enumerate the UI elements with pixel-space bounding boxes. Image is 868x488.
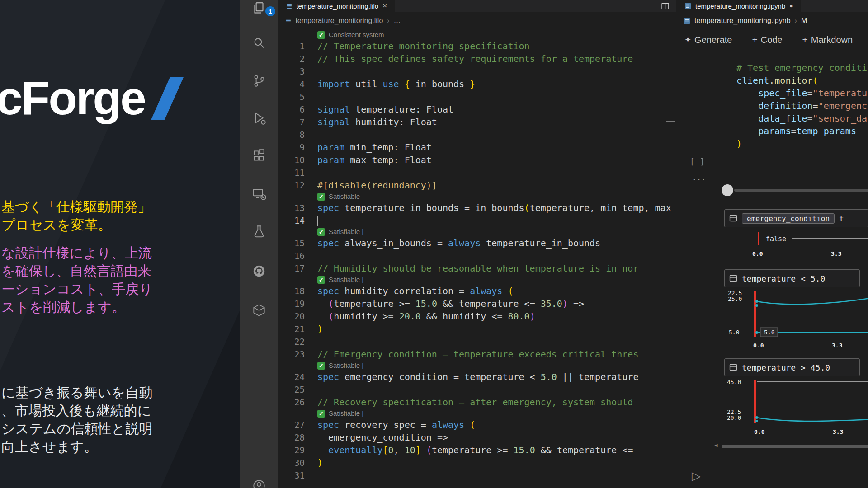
widget-panel-icon xyxy=(729,274,737,282)
code-line[interactable]: 28 emergency_condition => xyxy=(278,431,676,444)
split-editor-icon[interactable] xyxy=(661,2,670,12)
breadcrumb-more[interactable]: … xyxy=(394,17,401,25)
temperature-signal-line xyxy=(757,298,868,304)
containers-icon[interactable] xyxy=(251,302,267,318)
code-line[interactable]: 31 xyxy=(278,469,676,482)
editor-breadcrumb[interactable]: ≣ temperature_monitoring.lilo › … xyxy=(278,12,676,30)
notebook-code-line[interactable]: data_file="sensor_da xyxy=(736,112,868,125)
run-debug-icon[interactable] xyxy=(251,110,267,126)
data-point xyxy=(755,300,758,303)
line-number: 28 xyxy=(278,431,317,444)
code-line[interactable]: 2// This spec defines safety requirement… xyxy=(278,52,676,65)
code-line[interactable]: 16 xyxy=(278,249,676,262)
notebook-toolbar: ✦ Generate + Code + Markdown xyxy=(676,30,868,50)
tab-lilo[interactable]: ≣ temperature_monitoring.lilo × xyxy=(278,0,395,12)
breadcrumb-crumb[interactable]: M xyxy=(801,17,807,25)
add-code-button[interactable]: + Code xyxy=(752,34,782,45)
code-line[interactable]: 26// Recovery specification — after emer… xyxy=(278,396,676,408)
code-line[interactable]: 15spec always_in_bounds = always tempera… xyxy=(278,237,676,249)
code-line[interactable]: 17// Humidity should be reasonable when … xyxy=(278,262,676,275)
slider-handle[interactable] xyxy=(722,184,733,196)
code-line[interactable]: 10param max_temp: Float xyxy=(278,154,676,166)
sparkle-icon: ✦ xyxy=(684,35,691,45)
ipynb-file-icon xyxy=(684,17,690,25)
notebook-code-line[interactable]: spec_file="temperatu xyxy=(736,87,868,99)
search-icon[interactable] xyxy=(251,36,267,51)
widget-header[interactable]: emergency_condition t xyxy=(724,209,868,227)
code-line[interactable]: 23// Emergency condition — temperature e… xyxy=(278,348,676,361)
notebook-code-line[interactable]: definition="emergenc xyxy=(736,99,868,112)
code-line[interactable]: 18spec humidity_correlation = always ( xyxy=(278,285,676,297)
breadcrumb-file[interactable]: temperature_monitoring.ipynb xyxy=(694,17,791,25)
widget-title: temperature > 45.0 xyxy=(742,363,830,372)
notebook-cell-editor[interactable]: # Test emergency conditioclient.monitor(… xyxy=(736,61,868,150)
code-line[interactable]: 30) xyxy=(278,456,676,469)
x-axis-max: 3.3 xyxy=(831,250,841,257)
check-icon: ✓ xyxy=(317,228,325,236)
explorer-icon[interactable] xyxy=(251,1,267,16)
code-line[interactable]: 24spec emergency_condition = temperature… xyxy=(278,371,676,383)
code-line[interactable]: 9param min_temp: Float xyxy=(278,141,676,154)
widget-header[interactable]: temperature > 45.0 xyxy=(724,358,860,376)
code-line[interactable]: 25 xyxy=(278,383,676,396)
code-line[interactable]: 12#[disable(redundancy)] xyxy=(278,179,676,192)
widget-title-pill[interactable]: emergency_condition xyxy=(742,213,835,224)
notebook-breadcrumb[interactable]: temperature_monitoring.ipynb › M xyxy=(676,12,868,30)
scroll-left-icon[interactable]: ◂ xyxy=(714,441,718,449)
widget-panel-icon xyxy=(729,363,737,371)
code-line[interactable]: 21) xyxy=(278,323,676,335)
dirty-dot-icon[interactable]: ● xyxy=(789,3,793,9)
tab-ipynb[interactable]: temperature_monitoring.ipynb ● xyxy=(676,0,801,12)
close-icon[interactable]: × xyxy=(382,1,387,10)
widget-header[interactable]: temperature < 5.0 xyxy=(724,269,860,287)
notebook-code-line[interactable]: client.monitor( xyxy=(736,74,868,87)
code-line[interactable]: 20 (humidity >= 20.0 && humidity <= 80.0… xyxy=(278,310,676,323)
horizontal-scrollbar[interactable] xyxy=(722,445,868,448)
code-line[interactable]: 5 xyxy=(278,90,676,103)
codelens[interactable]: ✓Satisfiable | xyxy=(278,275,676,285)
code-line[interactable]: 3 xyxy=(278,65,676,78)
run-cell-button[interactable]: ▷ xyxy=(692,469,701,483)
code-line[interactable]: 27spec recovery_spec = always ( xyxy=(278,418,676,431)
code-line[interactable]: 4import util use { in_bounds } xyxy=(278,78,676,90)
account-icon[interactable] xyxy=(251,478,267,488)
codelens[interactable]: ✓Consistent system xyxy=(278,30,676,40)
line-number: 5 xyxy=(278,90,317,103)
cell-drag-handle-icon[interactable]: ··· xyxy=(693,173,706,185)
code-line[interactable]: 22 xyxy=(278,335,676,348)
codelens[interactable]: ✓Satisfiable | xyxy=(278,408,676,418)
notebook-code-line[interactable]: ) xyxy=(736,137,868,150)
codelens[interactable]: ✓Satisfiable | xyxy=(278,361,676,371)
line-number: 11 xyxy=(278,166,317,179)
code-line[interactable]: 1// Temperature monitoring specification xyxy=(278,40,676,52)
code-line[interactable]: 11 xyxy=(278,166,676,179)
generate-button[interactable]: ✦ Generate xyxy=(684,35,732,45)
code-line[interactable]: 7signal humidity: Float xyxy=(278,116,676,128)
breadcrumb-file[interactable]: temperature_monitoring.lilo xyxy=(295,17,383,25)
code-line[interactable]: 19 (temperature >= 15.0 && temperature <… xyxy=(278,297,676,310)
code-line[interactable]: 29 eventually[0, 10] (temperature >= 15.… xyxy=(278,444,676,456)
slider-track[interactable] xyxy=(734,189,868,192)
notebook-code-line[interactable]: params=temp_params xyxy=(736,125,868,137)
code-line[interactable]: 8 xyxy=(278,128,676,141)
plus-icon: + xyxy=(752,34,757,45)
add-markdown-button[interactable]: + Markdown xyxy=(802,34,853,45)
code-line[interactable]: 14 xyxy=(278,214,676,227)
notebook-tab-bar: temperature_monitoring.ipynb ● xyxy=(676,0,868,12)
remote-explorer-icon[interactable] xyxy=(251,186,267,202)
github-icon[interactable] xyxy=(251,263,267,279)
tab-label: temperature_monitoring.lilo xyxy=(296,2,378,10)
extensions-icon[interactable] xyxy=(251,148,267,164)
code-line[interactable]: 6signal temperature: Float xyxy=(278,103,676,116)
data-point xyxy=(755,331,758,334)
source-control-icon[interactable] xyxy=(251,73,267,89)
code-line[interactable]: 13spec temperature_in_bounds = in_bounds… xyxy=(278,202,676,214)
testing-beaker-icon[interactable] xyxy=(251,224,267,239)
lilo-file-icon: ≣ xyxy=(286,2,292,10)
codelens[interactable]: ✓Satisfiable xyxy=(278,192,676,202)
line-number: 8 xyxy=(278,128,317,141)
intro-line: ストを削減します。 xyxy=(1,298,153,316)
notebook-code-line[interactable]: # Test emergency conditio xyxy=(736,61,868,74)
data-point xyxy=(755,416,758,419)
codelens[interactable]: ✓Satisfiable | xyxy=(278,227,676,237)
